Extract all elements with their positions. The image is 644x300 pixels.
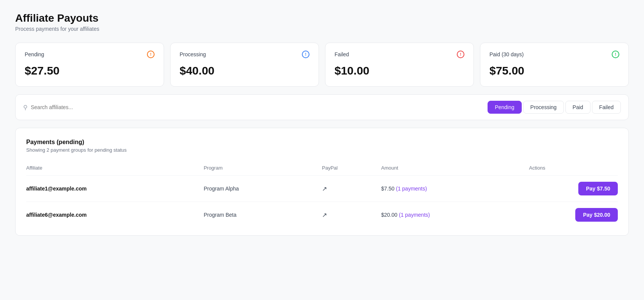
pay-button-0[interactable]: Pay $7.50 xyxy=(578,182,618,195)
table-body: affiliate1@example.comProgram Alpha↗︎$7.… xyxy=(26,176,618,228)
amount-0: $7.50 (1 payments) xyxy=(381,176,529,202)
payments-count-1: (1 payments) xyxy=(399,212,430,218)
payments-table: AffiliateProgramPayPalAmountActions affi… xyxy=(26,162,618,228)
stat-icon-failed: ! xyxy=(457,51,464,58)
stat-icon-processing: ! xyxy=(302,51,309,58)
program-name-0: Program Alpha xyxy=(204,176,322,202)
affiliate-email-1: affiliate6@example.com xyxy=(26,202,204,228)
stat-value-pending: $27.50 xyxy=(25,64,155,77)
table-card: Payments (pending) Showing 2 payment gro… xyxy=(15,128,629,236)
page-title: Affiliate Payouts xyxy=(15,12,629,24)
stat-value-processing: $40.00 xyxy=(180,64,309,77)
stat-value-paid: $75.00 xyxy=(489,64,619,77)
stat-label-processing: Processing xyxy=(180,51,206,57)
paypal-link-1[interactable]: ↗︎ xyxy=(322,202,381,228)
table-row: affiliate1@example.comProgram Alpha↗︎$7.… xyxy=(26,176,618,202)
stat-icon-paid: ! xyxy=(612,51,619,58)
search-filter-row: ⚲ PendingProcessingPaidFailed xyxy=(15,94,629,120)
stat-card-pending: Pending ! $27.50 xyxy=(15,43,164,87)
stat-icon-pending: ! xyxy=(147,51,155,58)
external-link-icon[interactable]: ↗︎ xyxy=(322,185,327,192)
table-subtitle: Showing 2 payment groups for pending sta… xyxy=(26,147,618,153)
stat-card-failed: Failed ! $10.00 xyxy=(325,43,474,87)
search-icon: ⚲ xyxy=(23,104,28,111)
col-header-affiliate: Affiliate xyxy=(26,162,204,176)
col-header-actions: Actions xyxy=(529,162,618,176)
pay-button-1[interactable]: Pay $20.00 xyxy=(575,208,618,222)
filter-btn-paid[interactable]: Paid xyxy=(565,101,590,114)
external-link-icon[interactable]: ↗︎ xyxy=(322,211,327,219)
program-name-1: Program Beta xyxy=(204,202,322,228)
stat-label-failed: Failed xyxy=(335,51,349,57)
col-header-program: Program xyxy=(204,162,322,176)
stat-value-failed: $10.00 xyxy=(335,64,464,77)
col-header-paypal: PayPal xyxy=(322,162,381,176)
filter-btn-failed[interactable]: Failed xyxy=(592,101,621,114)
table-row: affiliate6@example.comProgram Beta↗︎$20.… xyxy=(26,202,618,228)
stats-row: Pending ! $27.50 Processing ! $40.00 Fai… xyxy=(15,43,629,87)
amount-1: $20.00 (1 payments) xyxy=(381,202,529,228)
actions-1: Pay $20.00 xyxy=(529,202,618,228)
page-subtitle: Process payments for your affiliates xyxy=(15,26,629,32)
col-header-amount: Amount xyxy=(381,162,529,176)
table-title: Payments (pending) xyxy=(26,139,618,146)
filter-buttons: PendingProcessingPaidFailed xyxy=(488,101,621,114)
table-header: AffiliateProgramPayPalAmountActions xyxy=(26,162,618,176)
filter-btn-pending[interactable]: Pending xyxy=(488,101,521,114)
stat-label-paid: Paid (30 days) xyxy=(489,51,524,57)
payments-count-0: (1 payments) xyxy=(396,186,427,192)
actions-0: Pay $7.50 xyxy=(529,176,618,202)
stat-card-processing: Processing ! $40.00 xyxy=(170,43,319,87)
affiliate-email-0: affiliate1@example.com xyxy=(26,176,204,202)
stat-card-paid: Paid (30 days) ! $75.00 xyxy=(480,43,629,87)
filter-btn-processing[interactable]: Processing xyxy=(523,101,564,114)
search-input[interactable] xyxy=(31,104,483,110)
paypal-link-0[interactable]: ↗︎ xyxy=(322,176,381,202)
search-wrapper: ⚲ xyxy=(23,104,483,111)
stat-label-pending: Pending xyxy=(25,51,44,57)
